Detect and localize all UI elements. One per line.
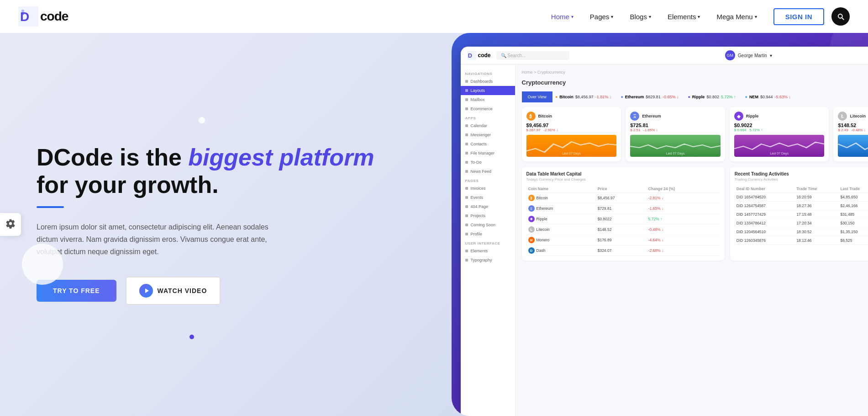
market-table: Coin Name Price Change 24 (%) ₿Bitcoin $…: [526, 185, 720, 256]
table-row: DDash $324.07 -2.68% ↓: [526, 245, 720, 256]
crypto-card-bitcoin: ₿ Bitcoin $9,456.97 $ 267.97 -2.91% ↓ La…: [522, 107, 621, 161]
trading-table: Deal ID Number Trade Time Last Trade Sta…: [735, 185, 868, 245]
crypto-tickers: ● Bitcoin $8,456.97 -1.81% ↓ ● Ethereum …: [555, 95, 868, 99]
hero-right: D code 🔍 Search... GM George Martin ▾ ✕ …: [452, 33, 868, 416]
xrp-icon: ◈: [734, 112, 743, 121]
table-row: DID 1334786412 17:20:34 $30,150 Complete: [735, 219, 868, 228]
hero-underline: [37, 206, 64, 208]
bitcoin-chart: Last 07 Days: [526, 135, 617, 157]
sidebar-item-filemanager[interactable]: File Manager: [461, 149, 515, 158]
sidebar-item-dashboards[interactable]: Dashboards: [461, 77, 515, 86]
sidebar-item-projects[interactable]: Projects: [461, 211, 515, 220]
ripple-chart: Last 07 Days: [734, 135, 825, 157]
svg-point-2: [21, 10, 24, 12]
sidebar-item-comingsoon[interactable]: Coming Soon: [461, 220, 515, 229]
overview-tab[interactable]: Over View: [522, 91, 552, 102]
sidebar-item-profile[interactable]: Profile: [461, 229, 515, 239]
col-last-trade: Last Trade: [838, 185, 868, 193]
sidebar-section-pages: PAGES: [461, 176, 515, 184]
dash-logo-icon: D: [467, 51, 476, 60]
svg-text:D: D: [20, 10, 29, 24]
hero-description: Lorem ipsum dolor sit amet, consectetur …: [37, 221, 274, 258]
crypto-card-ripple: ◈ Ripple $0.9022 $ 0.694 5.72% ↑ Last 07…: [730, 107, 829, 161]
ticker-ethereum: ● Ethereum $829.81 -0.65% ↓: [621, 95, 679, 99]
chevron-down-icon: ▾: [649, 14, 651, 19]
gear-icon: [5, 219, 16, 229]
sign-in-button[interactable]: SIGN IN: [773, 8, 824, 25]
btc-icon: ₿: [526, 112, 536, 121]
sidebar-item-ecommerce[interactable]: Ecommerce: [461, 104, 515, 113]
watch-video-button[interactable]: WATCH VIDEO: [126, 277, 221, 305]
hero-section: DCode is the biggest platform for your g…: [0, 33, 868, 416]
dash-sidebar: NAVIGATIONS Dashboards Layouts Mailbox E…: [461, 64, 516, 416]
nav-blogs[interactable]: Blogs ▾: [630, 13, 651, 21]
table-row: DID 1204564510 18:30:52 $1,35,150 Cancel…: [735, 228, 868, 236]
sidebar-item-newsfeed[interactable]: News Feed: [461, 167, 515, 176]
dash-search[interactable]: 🔍 Search...: [496, 51, 569, 60]
table-row: MMonero $176.89 -4.64% ↓: [526, 235, 720, 245]
sidebar-item-invoices[interactable]: Invoices: [461, 184, 515, 193]
sidebar-item-elements[interactable]: Elements: [461, 246, 515, 256]
nav-home[interactable]: Home ▾: [551, 13, 573, 21]
search-icon: [836, 12, 845, 21]
overview-row: Over View ● Bitcoin $8,456.97 -1.81% ↓ ●…: [522, 91, 868, 102]
nav-links: Home ▾ Pages ▾ Blogs ▾ Elements ▾ Mega M…: [551, 13, 757, 21]
chevron-down-icon: ▾: [755, 14, 757, 19]
chevron-down-icon: ▾: [611, 14, 613, 19]
settings-panel[interactable]: [0, 213, 21, 236]
sidebar-item-messenger[interactable]: Messenger: [461, 130, 515, 139]
table-row: DID 1654784520 16:20:59 $4,85,650 Comple…: [735, 193, 868, 202]
ethereum-chart: Last 07 Days: [630, 135, 721, 157]
logo[interactable]: D code: [18, 6, 68, 27]
sidebar-item-calendar[interactable]: Calendar: [461, 121, 515, 130]
dash-body: NAVIGATIONS Dashboards Layouts Mailbox E…: [461, 64, 868, 416]
sidebar-item-typography[interactable]: Typography: [461, 256, 515, 265]
dot-decoration-top: [199, 117, 205, 123]
table-row: ₿Bitcoin $8,456.97 -2.81% ↓: [526, 193, 720, 203]
play-icon: [139, 284, 153, 298]
svg-text:D: D: [468, 52, 472, 59]
navbar: D code Home ▾ Pages ▾ Blogs ▾ Elements ▾…: [0, 0, 868, 33]
ltc-icon: Ł: [838, 112, 847, 121]
table-row: DID 1264754587 18:27:36 $2,46,166 Pendin…: [735, 202, 868, 210]
crypto-cards: ₿ Bitcoin $9,456.97 $ 267.97 -2.91% ↓ La…: [522, 107, 868, 161]
nav-elements[interactable]: Elements ▾: [668, 13, 700, 21]
sidebar-item-layouts[interactable]: Layouts: [461, 86, 515, 95]
dash-logo: D code: [467, 51, 491, 60]
dot-decoration-bottom: [189, 335, 194, 339]
col-change: Change 24 (%): [647, 185, 720, 193]
tables-row: Data Table Market Capital Todays Currenc…: [522, 167, 868, 261]
sidebar-item-contacts[interactable]: Contacts: [461, 139, 515, 149]
chevron-down-icon: ▾: [770, 53, 772, 58]
sidebar-section-apps: APPS: [461, 113, 515, 121]
sidebar-item-events[interactable]: Events: [461, 193, 515, 202]
market-capital-table: Data Table Market Capital Todays Currenc…: [522, 167, 725, 261]
logo-icon: D: [18, 6, 38, 27]
sidebar-item-todo[interactable]: To-Do: [461, 158, 515, 167]
litecoin-chart: Last 07 Days: [838, 135, 868, 157]
circle-decoration: [22, 244, 63, 285]
eth-icon: Ξ: [630, 112, 639, 121]
logo-text: code: [40, 9, 68, 24]
ticker-bitcoin: ● Bitcoin $8,456.97 -1.81% ↓: [555, 95, 612, 99]
ticker-nem: ● NEM $0.944 -5.63% ↓: [745, 95, 791, 99]
col-deal-id: Deal ID Number: [735, 185, 795, 193]
dash-user: GM George Martin ▾: [725, 50, 772, 60]
col-coin: Coin Name: [526, 185, 596, 193]
table-row: ŁLitecoin $148.52 -0.48% ↓: [526, 224, 720, 235]
col-price: Price: [596, 185, 647, 193]
search-button[interactable]: [831, 7, 850, 26]
crypto-card-ethereum: Ξ Ethereum $725.81 $ 2.51 -1.65% ↓ Last …: [626, 107, 725, 161]
crypto-card-litecoin: Ł Litecoin $148.52 $ 2.49 -0.48% ↓ Last …: [833, 107, 868, 161]
page-title: Cryptocurrency: [522, 79, 868, 86]
sidebar-item-mailbox[interactable]: Mailbox: [461, 95, 515, 104]
nav-mega-menu[interactable]: Mega Menu ▾: [716, 13, 757, 21]
hero-left: DCode is the biggest platform for your g…: [0, 33, 452, 416]
sidebar-item-404[interactable]: 404 Page: [461, 202, 515, 211]
nav-pages[interactable]: Pages ▾: [590, 13, 614, 21]
nav-actions: SIGN IN: [773, 7, 850, 26]
user-avatar: GM: [725, 50, 735, 60]
play-triangle-icon: [144, 288, 149, 293]
col-time: Trade Time: [794, 185, 838, 193]
svg-point-3: [21, 12, 24, 15]
